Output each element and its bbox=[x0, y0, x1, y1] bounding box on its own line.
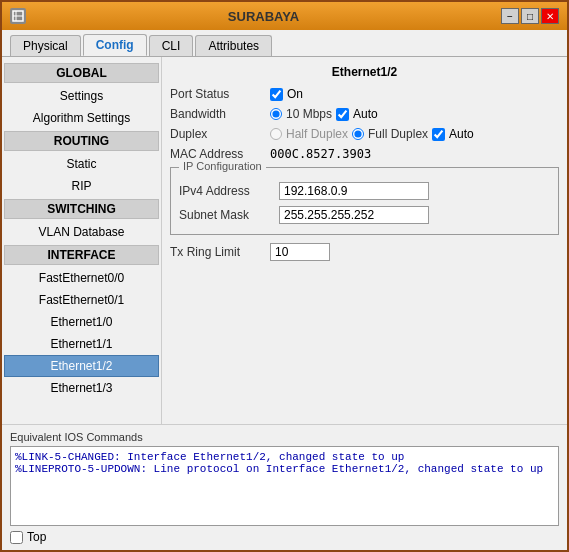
sidebar-item-vlan-database[interactable]: VLAN Database bbox=[4, 221, 159, 243]
port-status-checkbox[interactable] bbox=[270, 88, 283, 101]
sidebar-section-header: INTERFACE bbox=[4, 245, 159, 265]
port-status-row: Port Status On bbox=[170, 87, 559, 101]
console-line: %LINEPROTO-5-UPDOWN: Line protocol on In… bbox=[15, 463, 554, 475]
sidebar-item-algorithm-settings[interactable]: Algorithm Settings bbox=[4, 107, 159, 129]
right-panel: Ethernet1/2 Port Status On Bandwidth 10 … bbox=[162, 57, 567, 424]
sidebar-item-static[interactable]: Static bbox=[4, 153, 159, 175]
sidebar-item-ethernet1/1[interactable]: Ethernet1/1 bbox=[4, 333, 159, 355]
window-title: SURABAYA bbox=[26, 9, 501, 24]
maximize-button[interactable]: □ bbox=[521, 8, 539, 24]
port-status-label: Port Status bbox=[170, 87, 270, 101]
console-box: %LINK-5-CHANGED: Interface Ethernet1/2, … bbox=[10, 446, 559, 526]
close-button[interactable]: ✕ bbox=[541, 8, 559, 24]
bandwidth-auto-checkbox[interactable] bbox=[336, 108, 349, 121]
port-status-on-label: On bbox=[287, 87, 303, 101]
ipv4-input[interactable] bbox=[279, 182, 429, 200]
subnet-label: Subnet Mask bbox=[179, 208, 279, 222]
equivalent-ios-label: Equivalent IOS Commands bbox=[10, 431, 559, 443]
tab-attributes[interactable]: Attributes bbox=[195, 35, 272, 56]
sidebar-section-header: SWITCHING bbox=[4, 199, 159, 219]
bandwidth-controls: 10 Mbps Auto bbox=[270, 107, 559, 121]
panel-title: Ethernet1/2 bbox=[170, 65, 559, 79]
sidebar-item-ethernet1/0[interactable]: Ethernet1/0 bbox=[4, 311, 159, 333]
ip-config-title: IP Configuration bbox=[179, 160, 266, 172]
title-bar: SURABAYA − □ ✕ bbox=[2, 2, 567, 30]
ipv4-row: IPv4 Address bbox=[179, 182, 550, 200]
tab-cli[interactable]: CLI bbox=[149, 35, 194, 56]
bandwidth-row: Bandwidth 10 Mbps Auto bbox=[170, 107, 559, 121]
bottom-area: Equivalent IOS Commands %LINK-5-CHANGED:… bbox=[2, 424, 567, 550]
subnet-input[interactable] bbox=[279, 206, 429, 224]
sidebar-item-ethernet1/2[interactable]: Ethernet1/2 bbox=[4, 355, 159, 377]
sidebar-section-header: ROUTING bbox=[4, 131, 159, 151]
subnet-row: Subnet Mask bbox=[179, 206, 550, 224]
half-duplex-label: Half Duplex bbox=[286, 127, 348, 141]
tx-ring-label: Tx Ring Limit bbox=[170, 245, 270, 259]
bandwidth-auto-label: Auto bbox=[353, 107, 378, 121]
tx-ring-row: Tx Ring Limit bbox=[170, 243, 559, 261]
duplex-auto-checkbox[interactable] bbox=[432, 128, 445, 141]
tab-bar: Physical Config CLI Attributes bbox=[2, 30, 567, 57]
mac-address-label: MAC Address bbox=[170, 147, 270, 161]
main-window: SURABAYA − □ ✕ Physical Config CLI Attri… bbox=[0, 0, 569, 552]
tab-physical[interactable]: Physical bbox=[10, 35, 81, 56]
full-duplex-label: Full Duplex bbox=[368, 127, 428, 141]
sidebar-item-fastethernet0/1[interactable]: FastEthernet0/1 bbox=[4, 289, 159, 311]
app-icon bbox=[10, 8, 26, 24]
bandwidth-value: 10 Mbps bbox=[286, 107, 332, 121]
ip-config-section: IP Configuration IPv4 Address Subnet Mas… bbox=[170, 167, 559, 235]
duplex-label: Duplex bbox=[170, 127, 270, 141]
sidebar: GLOBALSettingsAlgorithm SettingsROUTINGS… bbox=[2, 57, 162, 424]
bandwidth-label: Bandwidth bbox=[170, 107, 270, 121]
sidebar-item-ethernet1/3[interactable]: Ethernet1/3 bbox=[4, 377, 159, 399]
minimize-button[interactable]: − bbox=[501, 8, 519, 24]
sidebar-item-settings[interactable]: Settings bbox=[4, 85, 159, 107]
ipv4-label: IPv4 Address bbox=[179, 184, 279, 198]
mac-address-controls: 000C.8527.3903 bbox=[270, 147, 559, 161]
footer-row: Top bbox=[10, 530, 559, 544]
top-checkbox-row: Top bbox=[10, 530, 46, 544]
window-controls: − □ ✕ bbox=[501, 8, 559, 24]
bandwidth-radio[interactable] bbox=[270, 108, 282, 120]
sidebar-item-rip[interactable]: RIP bbox=[4, 175, 159, 197]
top-checkbox[interactable] bbox=[10, 531, 23, 544]
main-content: GLOBALSettingsAlgorithm SettingsROUTINGS… bbox=[2, 57, 567, 424]
mac-address-row: MAC Address 000C.8527.3903 bbox=[170, 147, 559, 161]
console-line: %LINK-5-CHANGED: Interface Ethernet1/2, … bbox=[15, 451, 554, 463]
sidebar-item-fastethernet0/0[interactable]: FastEthernet0/0 bbox=[4, 267, 159, 289]
half-duplex-radio[interactable] bbox=[270, 128, 282, 140]
tab-config[interactable]: Config bbox=[83, 34, 147, 56]
top-label: Top bbox=[27, 530, 46, 544]
mac-address-value: 000C.8527.3903 bbox=[270, 147, 371, 161]
duplex-controls: Half Duplex Full Duplex Auto bbox=[270, 127, 559, 141]
port-status-controls: On bbox=[270, 87, 559, 101]
duplex-auto-label: Auto bbox=[449, 127, 474, 141]
sidebar-section-header: GLOBAL bbox=[4, 63, 159, 83]
duplex-row: Duplex Half Duplex Full Duplex Auto bbox=[170, 127, 559, 141]
full-duplex-radio[interactable] bbox=[352, 128, 364, 140]
tx-ring-input[interactable] bbox=[270, 243, 330, 261]
